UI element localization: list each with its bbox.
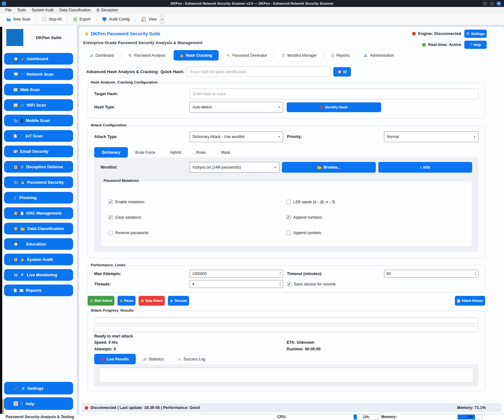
sidebar-help-button[interactable]: ?Help xyxy=(4,397,73,410)
mutation-option-append-numbers[interactable]: ✓Append numbers xyxy=(286,214,464,221)
menu-deception[interactable]: Deception xyxy=(94,7,121,13)
attack-type-select[interactable]: Dictionary Attack - Use wordlist▼ xyxy=(190,131,283,142)
chart-icon xyxy=(89,54,93,57)
sidebar-item-iot-scan[interactable]: IoT Scan xyxy=(4,130,73,142)
check-icon: ✓ xyxy=(14,385,19,391)
subtab-hybrid[interactable]: Hybrid xyxy=(163,147,189,158)
sidebar-item-education[interactable]: Education xyxy=(4,238,73,250)
results-tab-success-log[interactable]: Success Log xyxy=(171,354,212,364)
minimize-button[interactable] xyxy=(483,1,487,6)
sidebar-item-password-security[interactable]: Password Security xyxy=(4,176,73,188)
toolbar-separator xyxy=(36,15,37,23)
subtab-rules[interactable]: Rules xyxy=(189,147,214,158)
hash-type-select[interactable]: Auto-detect▼ xyxy=(190,102,283,112)
page-title: DKPen Password Security Suite xyxy=(91,31,160,36)
max-attempts-spinbox[interactable]: 1000000 ▲▼ xyxy=(190,270,283,278)
checkbox[interactable]: ✓ xyxy=(108,215,113,220)
sidebar-item-network-scan[interactable]: Network Scan xyxy=(4,68,73,80)
tab-password-analysis[interactable]: Password Analysis xyxy=(122,50,172,60)
wordlist-select[interactable]: rockyou.txt (14M passwords)▼ xyxy=(190,162,279,173)
attack-history-button[interactable]: Attack History xyxy=(455,296,485,306)
checkbox[interactable] xyxy=(286,231,291,235)
subtab-mask[interactable]: Mask xyxy=(214,147,238,158)
results-tab-live-results[interactable]: Live Results xyxy=(94,354,136,364)
menu-data-classification[interactable]: Data Classification xyxy=(56,7,93,13)
browse-button[interactable]: Browse... xyxy=(282,162,376,173)
mutation-option-l33t-speak-a-e-3-[interactable]: L33t speak (a→@, e→3) xyxy=(286,198,464,205)
sidebar-item-dashboard[interactable]: Dashboard xyxy=(4,53,73,65)
titlebar: DKPen - Enhanced Network Security Scanne… xyxy=(0,0,504,7)
statusbar-text: Disconnected | Last update: 18:39:45 | P… xyxy=(90,406,200,410)
priority-select[interactable]: Normal▼ xyxy=(384,131,478,142)
sidebar-item-system-audit[interactable]: System Audit xyxy=(4,254,73,265)
save-session-checkbox[interactable]: ✓ xyxy=(287,282,291,286)
timeout-spinbox[interactable]: 60 ▲▼ xyxy=(384,270,478,278)
toolbar-audit-config[interactable]: Audit Config xyxy=(99,15,133,24)
group-title: Password Mutations xyxy=(102,179,140,182)
subtab-brute-force[interactable]: Brute Force xyxy=(128,147,163,158)
checkbox[interactable] xyxy=(286,200,291,204)
resume-button[interactable]: Resume xyxy=(168,296,189,306)
target-hash-input[interactable]: Enter hash to crack... xyxy=(190,89,478,99)
checkbox[interactable]: ✓ xyxy=(108,200,113,204)
identify-hash-button[interactable]: Identify Hash xyxy=(287,102,381,112)
sidebar-item-wifi-scan[interactable]: WiFi Scan xyxy=(4,99,73,111)
toolbar-view[interactable]: View xyxy=(138,15,160,24)
tab-dashboard[interactable]: Dashboard xyxy=(83,50,120,60)
stop-attack-button[interactable]: Stop Attack xyxy=(139,296,165,306)
tab-hash-cracking[interactable]: Hash Cracking xyxy=(174,50,219,60)
attempts-text: Attempts: 0 xyxy=(94,347,287,352)
results-tab-statistics[interactable]: Statistics xyxy=(136,354,171,364)
toolbar-stop-all[interactable]: Stop All xyxy=(39,15,65,24)
gearwhite-icon xyxy=(21,387,25,390)
pause-button[interactable]: Pause xyxy=(117,296,135,306)
tab-administration[interactable]: Administration xyxy=(358,50,400,60)
results-textarea[interactable] xyxy=(99,368,474,383)
sidebar-item-grc-management[interactable]: GRC Management xyxy=(4,207,73,219)
sidebar-item-email-security[interactable]: Email Security xyxy=(4,146,73,157)
sidebar-settings-button[interactable]: ✓Settings xyxy=(4,382,73,394)
settings-button[interactable]: Settings xyxy=(464,30,487,38)
gear-icon xyxy=(466,32,470,35)
tab-wordlist-manager[interactable]: Wordlist Manager xyxy=(275,50,323,60)
view-dropdown-caret[interactable]: ▼ xyxy=(160,15,164,24)
photo-icon xyxy=(14,103,18,107)
checkbox[interactable] xyxy=(108,231,113,235)
sidebar-item-deception-defense[interactable]: Deception Defense xyxy=(4,161,73,173)
tab-reports[interactable]: Reports xyxy=(325,50,356,60)
menu-system-audit[interactable]: System Audit xyxy=(29,7,56,13)
performance-group: Performance_Limits Max Attempts: 1000000… xyxy=(88,265,485,293)
toolbar-export[interactable]: Export xyxy=(70,15,94,24)
memory-label: Memory: xyxy=(381,415,397,419)
info-button[interactable]: i Info xyxy=(378,162,472,173)
mutation-option-reverse-passwords[interactable]: Reverse passwords xyxy=(108,229,286,236)
quick-hash-input[interactable]: Paste hash for quick identification xyxy=(186,66,331,77)
start-attack-button[interactable]: Start Attack xyxy=(88,296,114,306)
sidebar-item-phishing[interactable]: Phishing xyxy=(4,192,73,204)
mutation-option-case-variations[interactable]: ✓Case variations xyxy=(108,214,286,221)
save-session-checkbox-row[interactable]: ✓ Save session for resume xyxy=(287,280,335,288)
sidebar-item-web-scan[interactable]: Web Scan xyxy=(4,84,73,95)
sidebar-item-live-monitoring[interactable]: Live Monitoring xyxy=(4,269,73,281)
mutation-option-append-symbols[interactable]: Append symbols xyxy=(286,229,464,236)
id-button[interactable]: ID xyxy=(333,67,351,77)
memory-gauge: 71% xyxy=(457,414,483,420)
maximize-button[interactable] xyxy=(490,1,494,6)
checkbox[interactable]: ✓ xyxy=(286,215,291,220)
sidebar-item-mobile-scan[interactable]: Mobile Scan xyxy=(4,115,73,126)
close-button[interactable]: ✕ xyxy=(496,1,501,6)
toolbar-new-scan[interactable]: New Scan xyxy=(3,15,34,24)
chart-icon xyxy=(20,57,24,61)
help-button[interactable]: ? Help xyxy=(464,41,487,49)
menu-tools[interactable]: Tools xyxy=(14,7,29,13)
sidebar-item-data-classification[interactable]: Data Classification xyxy=(4,223,73,234)
threads-spinbox[interactable]: 4 ▲▼ xyxy=(190,280,283,288)
link-icon xyxy=(20,134,23,138)
attack-type-label: Attack Type: xyxy=(94,135,190,139)
mutation-option-enable-mutations[interactable]: ✓Enable mutations xyxy=(108,198,286,205)
menu-file[interactable]: File xyxy=(3,7,14,13)
tab-password-generator[interactable]: Password Generator xyxy=(220,50,273,60)
sidebar-item-reports[interactable]: Reports xyxy=(4,285,73,296)
engine-status: Engine: Disconnected xyxy=(418,31,461,36)
subtab-dictionary[interactable]: Dictionary xyxy=(94,147,128,158)
